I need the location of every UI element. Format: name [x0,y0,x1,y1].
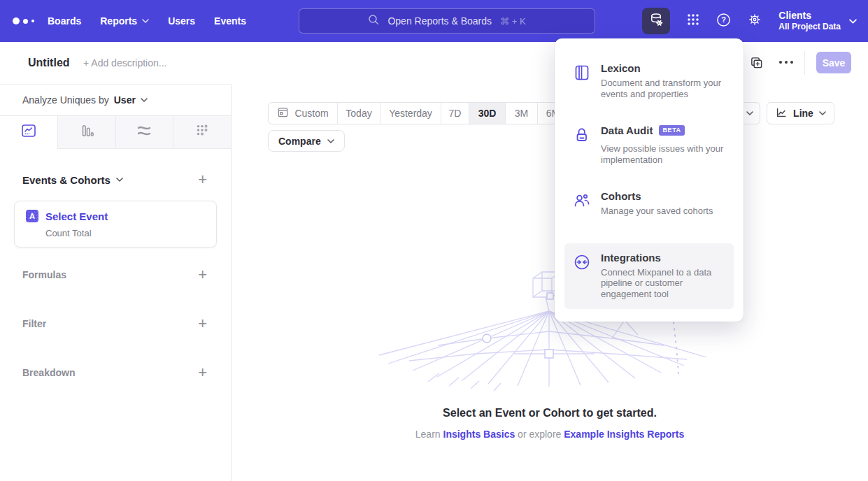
tab-insights-line[interactable] [0,116,57,149]
date-range-custom[interactable]: Custom [269,103,338,124]
account-name: Clients [778,10,841,22]
learn-prefix: Learn [415,429,441,440]
help-icon: ? [716,13,731,30]
links-middle-text: or explore [518,429,561,440]
menu-item-integrations[interactable]: Integrations Connect Mixpanel to a data … [564,243,734,310]
data-audit-icon [573,126,591,144]
database-gear-icon [648,12,664,31]
flow-chart-icon [136,122,152,142]
nav-right-cluster: ? Clients All Project Data [642,0,857,42]
project-name: All Project Data [778,22,841,32]
date-range-30d[interactable]: 30D [469,103,506,124]
gear-icon [747,12,762,30]
date-range-3m[interactable]: 3M [506,103,538,124]
event-letter-badge: A [26,210,38,222]
bar-chart-icon [79,123,94,141]
empty-state-links: Learn Insights Basics or explore Example… [232,429,868,440]
events-cohorts-title[interactable]: Events & Cohorts [22,174,111,186]
menu-item-description: Document and transform your events and p… [601,78,727,99]
event-row-card[interactable]: A Select Event Count Total [14,201,217,247]
duplicate-icon [750,59,763,71]
analyze-label: Analyze Uniques by [22,94,109,106]
menu-item-title: Data Audit [601,124,653,136]
search-shortcut: ⌘ + K [500,16,526,27]
save-button[interactable]: Save [816,52,851,73]
cohorts-icon [573,192,591,210]
menu-item-data-audit[interactable]: Data Audit BETA View possible issues wit… [564,116,734,173]
chart-type-dropdown[interactable]: Line [767,102,834,124]
menu-item-description: Manage your saved cohorts [601,206,713,217]
nav-item-events[interactable]: Events [214,15,246,27]
sidebar-section-breakdown: Breakdown + [22,364,207,381]
add-formula-button[interactable]: + [198,268,207,282]
integrations-icon [573,253,591,271]
analyze-uniques-row: Analyze Uniques by User [0,85,231,115]
mixpanel-logo[interactable] [13,17,43,24]
events-cohorts-header: Events & Cohorts + [22,173,207,187]
line-chart-icon [775,106,788,121]
nav-item-reports[interactable]: Reports [100,15,149,27]
add-event-button[interactable]: + [198,173,207,187]
nav-item-boards[interactable]: Boards [48,15,81,27]
menu-item-lexicon[interactable]: Lexicon Document and transform your even… [564,54,734,108]
data-management-button[interactable] [642,8,670,34]
add-description-field[interactable]: + Add description... [83,42,166,84]
calendar-icon [277,106,289,120]
lexicon-icon [573,64,591,82]
query-builder-sidebar: Analyze Uniques by User [0,84,232,481]
tab-scatter-chart[interactable] [173,116,231,149]
settings-button[interactable] [747,12,762,30]
svg-text:?: ? [721,15,726,24]
chevron-down-icon [849,19,857,24]
beta-badge: BETA [659,125,684,136]
account-project-switcher[interactable]: Clients All Project Data [778,10,857,32]
chevron-down-icon [746,111,753,115]
add-filter-button[interactable]: + [198,317,207,331]
chevron-down-icon [141,98,148,102]
tab-flow-chart[interactable] [115,116,173,149]
menu-item-title: Integrations [601,252,727,264]
analyze-value-dropdown[interactable]: User [114,94,136,106]
compare-button[interactable]: Compare [268,130,345,152]
add-breakdown-button[interactable]: + [198,366,207,380]
report-canvas: Custom Today Yesterday 7D 30D 3M 6M Comp… [232,84,868,481]
example-reports-link[interactable]: Example Insights Reports [564,429,684,440]
report-title[interactable]: Untitled [28,42,70,84]
sidebar-section-formulas: Formulas + [22,266,207,283]
chevron-down-icon [116,178,123,182]
insights-chart-icon [20,122,37,142]
empty-state-title: Select an Event or Cohort to get started… [232,407,868,419]
event-metric-dropdown[interactable]: Count Total [45,228,205,238]
insights-basics-link[interactable]: Insights Basics [443,429,515,440]
sidebar-section-filter: Filter + [22,315,207,332]
chevron-down-icon [327,139,334,143]
chevron-down-icon [819,111,826,115]
date-range-today[interactable]: Today [338,103,380,124]
scatter-chart-icon [194,123,210,141]
search-icon [368,14,379,28]
menu-item-title: Lexicon [601,62,727,74]
nav-item-users[interactable]: Users [168,15,195,27]
menu-item-description: Connect Mixpanel to a data pipeline or c… [601,267,727,300]
data-management-menu: Lexicon Document and transform your even… [555,38,744,322]
chart-type-tabs [0,115,231,149]
search-input[interactable]: Open Reports & Boards ⌘ + K [299,8,595,34]
help-button[interactable]: ? [716,13,731,30]
apps-grid-icon [686,13,700,29]
duplicate-button[interactable] [750,56,763,72]
top-nav: Boards Reports Users Events Open Reports… [0,0,868,42]
search-placeholder: Open Reports & Boards [387,15,492,27]
nav-menu: Boards Reports Users Events [48,15,246,27]
tab-bar-chart[interactable] [57,116,115,149]
menu-item-description: View possible issues with your implement… [601,143,727,165]
more-options-button[interactable] [779,61,793,64]
date-range-yesterday[interactable]: Yesterday [380,103,441,124]
header-divider [804,51,805,75]
menu-item-title: Cohorts [601,190,713,202]
apps-grid-button[interactable] [686,13,700,29]
date-range-7d[interactable]: 7D [441,103,469,124]
chevron-down-icon [142,19,149,23]
select-event-button[interactable]: Select Event [45,210,108,222]
menu-item-cohorts[interactable]: Cohorts Manage your saved cohorts [564,182,734,225]
